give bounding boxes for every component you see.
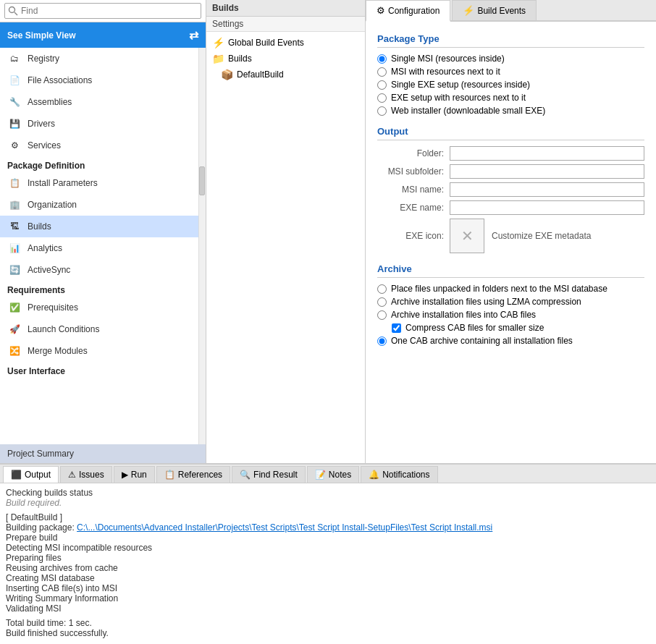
checkbox-compress-cab[interactable]: Compress CAB files for smaller size [377,323,644,333]
bottom-tab-find-result[interactable]: 🔍 Find Result [232,466,306,483]
exe-name-label: EXE name: [377,203,450,213]
sidebar-label-organization: Organization [28,200,77,210]
bottom-tab-output[interactable]: ⬛ Output [3,466,59,483]
tab-build-events-label: Build Events [477,6,526,16]
radio-lzma[interactable]: Archive installation files using LZMA co… [377,297,644,307]
radio-cab-files-input[interactable] [377,310,387,320]
archive-options: Place files unpacked in folders next to … [377,284,644,346]
radio-one-cab-input[interactable] [377,336,387,346]
sidebar-label-prerequisites: Prerequisites [28,302,78,313]
bottom-tab-find-result-label: Find Result [253,470,298,480]
exe-icon-row: EXE icon: ✕ Customize EXE metadata [377,219,644,253]
radio-msi-next-input[interactable] [377,67,387,77]
sidebar-scrollbar[interactable] [198,48,206,444]
radio-single-msi[interactable]: Single MSI (resources inside) [377,54,644,64]
bottom-tab-notifications-label: Notifications [382,470,429,480]
sidebar-list: 🗂 Registry 📄 File Associations 🔧 Assembl… [0,48,198,444]
output-log: Checking builds status Build required. [… [0,483,656,644]
sidebar-label-builds: Builds [28,221,51,232]
exe-name-input[interactable] [450,200,644,215]
exe-icon-placeholder: ✕ [461,227,474,245]
sidebar-item-assemblies[interactable]: 🔧 Assemblies [0,91,198,113]
sidebar-item-prerequisites[interactable]: ✅ Prerequisites [0,297,198,318]
bottom-tab-notes-icon: 📝 [315,470,326,480]
section-package-definition: Package Definition [0,156,198,172]
default-build-icon: 📦 [221,69,233,80]
sidebar-item-drivers[interactable]: 💾 Drivers [0,113,198,135]
builds-icon: 🏗 [7,219,22,234]
bottom-tab-output-label: Output [25,470,51,480]
sidebar-label-assemblies: Assemblies [28,97,72,107]
bottom-tab-notes[interactable]: 📝 Notes [307,466,359,483]
sidebar-item-launch-conditions[interactable]: 🚀 Launch Conditions [0,318,198,340]
tab-configuration-label: Configuration [388,6,440,16]
msi-subfolder-row: MSI subfolder: [377,164,644,179]
msi-name-label: MSI name: [377,185,450,195]
radio-cab-files[interactable]: Archive installation files into CAB file… [377,310,644,320]
sidebar-item-activesync[interactable]: 🔄 ActiveSync [0,259,198,281]
output-title: Output [377,126,644,140]
sidebar-item-analytics[interactable]: 📊 Analytics [0,237,198,259]
folder-input[interactable] [450,146,644,161]
radio-single-exe-input[interactable] [377,80,387,90]
merge-modules-icon: 🔀 [7,344,22,358]
services-icon: ⚙ [7,138,22,153]
sidebar-item-builds[interactable]: 🏗 Builds [0,216,198,237]
customize-exe-link[interactable]: Customize EXE metadata [492,231,591,241]
radio-place-unpacked-input[interactable] [377,284,387,294]
log-file-path[interactable]: C:\...\Documents\Advanced Installer\Proj… [77,522,492,533]
sidebar-label-services: Services [28,140,61,151]
prerequisites-icon: ✅ [7,300,22,315]
msi-name-input[interactable] [450,182,644,197]
sidebar-label-file-associations: File Associations [28,75,92,85]
radio-place-unpacked[interactable]: Place files unpacked in folders next to … [377,284,644,294]
bottom-tab-notes-label: Notes [329,470,351,480]
radio-exe-next-input[interactable] [377,93,387,103]
sidebar-item-organization[interactable]: 🏢 Organization [0,194,198,216]
radio-web-installer[interactable]: Web installer (downloadable small EXE) [377,106,644,116]
tree-label-global-build-events: Global Build Events [228,38,304,48]
panel-content: Package Type Single MSI (resources insid… [366,22,656,463]
checkbox-compress-cab-input[interactable] [392,323,401,333]
tab-configuration[interactable]: ⚙ Configuration [366,0,450,22]
radio-exe-next[interactable]: EXE setup with resources next to it [377,93,644,103]
radio-single-msi-input[interactable] [377,54,387,64]
radio-lzma-input[interactable] [377,297,387,307]
tree-label-builds: Builds [228,54,252,64]
sidebar-item-install-parameters[interactable]: 📋 Install Parameters [0,172,198,194]
bottom-tab-run[interactable]: ▶ Run [114,466,155,483]
sidebar-item-services[interactable]: ⚙ Services [0,135,198,156]
tree-item-default-build[interactable]: 📦 DefaultBuild [206,67,365,82]
sidebar-item-merge-modules[interactable]: 🔀 Merge Modules [0,340,198,362]
bottom-tab-references[interactable]: 📋 References [156,466,230,483]
sidebar-item-registry[interactable]: 🗂 Registry [0,48,198,69]
bottom-tab-issues[interactable]: ⚠ Issues [60,466,112,483]
radio-msi-next[interactable]: MSI with resources next to it [377,67,644,77]
tree-item-builds[interactable]: 📁 Builds [206,51,365,67]
log-step-4: Creating MSI database [6,573,650,583]
log-build-header: [ DefaultBuild ] [6,512,650,522]
radio-one-cab[interactable]: One CAB archive containing all installat… [377,336,644,346]
log-success: Build finished successfully. [6,628,650,638]
exe-icon-box[interactable]: ✕ [450,219,484,253]
sidebar-item-file-associations[interactable]: 📄 File Associations [0,69,198,91]
tree-item-global-build-events[interactable]: ⚡ Global Build Events [206,35,365,51]
project-summary[interactable]: Project Summary [0,444,206,463]
search-input[interactable] [4,3,201,19]
log-step-7: Validating MSI [6,603,650,614]
simple-view-label: See Simple View [7,30,76,41]
folder-label: Folder: [377,148,450,158]
msi-subfolder-input[interactable] [450,164,644,179]
tree-title: Builds [206,0,365,17]
sidebar-label-install-parameters: Install Parameters [28,178,98,188]
tab-build-events[interactable]: ⚡ Build Events [452,0,537,20]
assemblies-icon: 🔧 [7,95,22,109]
bottom-tab-notifications[interactable]: 🔔 Notifications [361,466,437,483]
exe-name-row: EXE name: [377,200,644,215]
simple-view-button[interactable]: See Simple View ⇄ [0,22,206,48]
msi-subfolder-label: MSI subfolder: [377,166,450,177]
launch-conditions-icon: 🚀 [7,322,22,336]
tree-settings-label: Settings [206,17,365,32]
radio-web-installer-input[interactable] [377,106,387,116]
radio-single-exe[interactable]: Single EXE setup (resources inside) [377,80,644,90]
